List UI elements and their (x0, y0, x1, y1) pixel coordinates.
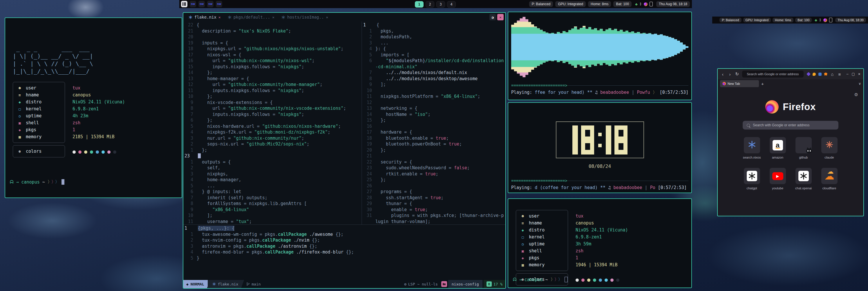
code-line: 5} (183, 255, 505, 261)
firefox-tray-icon[interactable] (644, 2, 648, 6)
code-line: 2 sops-nix.url = "github:Mic92/sops-nix"… (183, 141, 362, 147)
terminal-window[interactable]: _ _ _ ___ ___ | \| (_)__ __/ _ \/ __| | … (5, 18, 182, 198)
shell-prompt: ᗣ → canopus ~ 〉〉〉 (513, 277, 568, 282)
cloudflare-icon: ☁☁ (825, 171, 834, 181)
editor-pane-pkgs[interactable]: 1{pkgs, ...}: {1 tux-awesome-wm-config =… (183, 225, 505, 280)
list-tabs-chevron-icon[interactable]: ∨ (859, 82, 861, 86)
firefox-window[interactable]: ‹ › ↻ Search with Google or enter addres… (717, 68, 864, 216)
shortcut-chatgpt[interactable]: chatgpt (744, 168, 760, 190)
phone-icon[interactable] (829, 18, 832, 22)
phone-icon[interactable] (650, 2, 653, 6)
visualizer-window[interactable]: ======================> Playing: ffee fo… (508, 11, 692, 100)
bluetooth-icon[interactable]: ᛒ (640, 2, 642, 6)
prompt-arrow-icon: → (519, 277, 522, 282)
new-tab-button[interactable]: + (761, 81, 764, 86)
code-line: 25 }; (362, 177, 505, 183)
code-line: 6 } @ inputs: let (183, 189, 362, 195)
shortcut-cloudflare[interactable]: ☁☁cloudflare (821, 168, 838, 190)
nixos-ascii-logo: _ _ _ ___ ___ | \| (_)__ __/ _ \/ __| | … (13, 45, 177, 75)
plant-tray-icon[interactable]: ♣ (635, 2, 638, 6)
packages-icon: ◈ (17, 128, 22, 132)
maximize-button[interactable]: ▢ (851, 72, 855, 76)
editor-pane-iso[interactable]: 1{1 pkgs,2 modulesPath,3 ...4}: {5 impor… (362, 22, 505, 225)
extension-orange-icon[interactable] (813, 72, 816, 76)
fetch-value-uptime: 4h 23m (72, 112, 125, 119)
clock-badge: Thu Aug 08, 18:18 (656, 1, 690, 7)
code-line: 3 nur.url = "github:nix-community/nur"; (183, 135, 362, 141)
plant-tray-icon[interactable]: ♣ (815, 18, 817, 22)
shortcut-chat-openai[interactable]: chat.openai (796, 168, 812, 190)
youtube-icon: ▶ (772, 172, 783, 180)
shortcut-claude[interactable]: claude (821, 137, 838, 159)
clock-date: 08/08/24 (511, 164, 688, 169)
code-line: 9 "x86_64-linux" (183, 207, 362, 213)
search-input[interactable]: Search with Google or enter address (743, 121, 838, 129)
code-line: 13 home-manager = { (183, 76, 362, 82)
fetch-value-memory: 1946 | 15394 MiB (576, 261, 628, 268)
code-line: 5 ... (183, 183, 362, 189)
code-line: 16 (362, 123, 505, 129)
code-line: 6 "${modulesPath}/installer/cd-dvd/insta… (362, 58, 505, 70)
workspace-button-2[interactable]: 2 (426, 1, 434, 7)
fetch-terminal-window[interactable]: ☻user≡hname◆distro▢kernel◷uptime▣shell◈p… (508, 198, 692, 288)
close-tab-icon[interactable]: × (326, 15, 328, 20)
digital-clock (556, 121, 644, 158)
firefox-tray-icon[interactable] (823, 18, 827, 22)
close-tab-icon[interactable]: × (218, 15, 221, 20)
workspace-button-4[interactable]: 4 (447, 1, 456, 7)
code-line: 7 inherit (self) outputs; (183, 195, 362, 201)
workspace-button-1[interactable]: 1 (415, 1, 424, 7)
track-progress: ======================> (511, 178, 688, 183)
code-line: 14 hostName = "iso"; (362, 112, 505, 118)
extension-shield-icon[interactable] (818, 72, 822, 76)
home-icon[interactable]: ⌂ (830, 72, 835, 77)
mode-segment: ◆NORMAL (183, 280, 210, 288)
shortcut-github[interactable]: github (796, 137, 812, 159)
prompt-path: ~ (546, 277, 548, 282)
bluetooth-icon[interactable]: ᛒ (819, 18, 821, 22)
code-line: 17 nixos-wsl = { (183, 52, 362, 58)
close-buffer-button[interactable]: × (497, 14, 504, 20)
editor-window[interactable]: flake.nix×pkgs/default...×hosts/isoImag.… (183, 12, 506, 289)
app-window-icon[interactable]: SW (198, 1, 205, 7)
status-badge: P: Balanced (719, 18, 741, 22)
code-line: 8 url = "github:nix-community/nix-vscode… (183, 106, 362, 112)
back-button[interactable]: ‹ (721, 72, 725, 77)
minimize-button[interactable]: – (846, 72, 848, 76)
close-button[interactable]: × (858, 72, 861, 77)
launcher-icon[interactable] (181, 1, 187, 7)
firefox-icon (722, 82, 726, 85)
status-badge: GPU: Integrated (743, 18, 771, 22)
fetch-value-user: tux (576, 212, 628, 220)
gear-icon: ⚙ (404, 282, 406, 286)
tab-new-tab[interactable]: New Tab (720, 80, 759, 87)
fastfetch-output: ☻user≡hname◆distro▢kernel◷uptime▣shell◈p… (513, 210, 687, 286)
close-tab-icon[interactable]: × (272, 15, 274, 20)
app-window-icon[interactable]: SW (207, 1, 214, 7)
app-window-icon[interactable]: SW (216, 1, 222, 7)
url-bar[interactable]: Search with Google or enter address (742, 70, 804, 78)
shortcut-search-nixos[interactable]: search.nixos (744, 137, 760, 159)
reload-button[interactable]: ↻ (735, 71, 739, 77)
personalize-gear-icon[interactable]: ⚙ (855, 92, 858, 97)
menu-icon[interactable]: ≡ (837, 72, 842, 77)
clock-window[interactable]: 08/08/24 ======================> Playing… (508, 102, 692, 193)
fetch-value-uptime: 3h 59m (576, 240, 628, 248)
code-line: 26 (362, 183, 505, 189)
tab-flake-nix[interactable]: flake.nix× (185, 13, 224, 22)
app-window-icon[interactable]: SW (190, 1, 196, 7)
metamask-icon[interactable] (824, 72, 827, 76)
openai-icon (798, 171, 809, 181)
workspace-button-3[interactable]: 3 (436, 1, 445, 7)
forward-button[interactable]: › (728, 72, 732, 77)
tab-hosts-isoImag-[interactable]: hosts/isoImag..× (278, 13, 332, 22)
shortcut-amazon[interactable]: aamazon (770, 137, 786, 159)
extension-diamond-icon[interactable] (806, 72, 811, 76)
code-line: 15 inputs.nixpkgs.follows = "nixpkgs"; (183, 64, 362, 70)
shortcut-youtube[interactable]: ▶youtube (770, 168, 786, 190)
tab-pkgs-default-[interactable]: pkgs/default...× (224, 13, 278, 22)
terminal-cursor (62, 179, 64, 185)
theme-toggle-button[interactable]: ◑ (489, 14, 496, 20)
editor-pane-flake[interactable]: 22{21 description = "tux's NixOS Flake";… (183, 22, 362, 225)
now-playing: Playing: ffee for your head) ** ♫ beabad… (511, 90, 688, 95)
